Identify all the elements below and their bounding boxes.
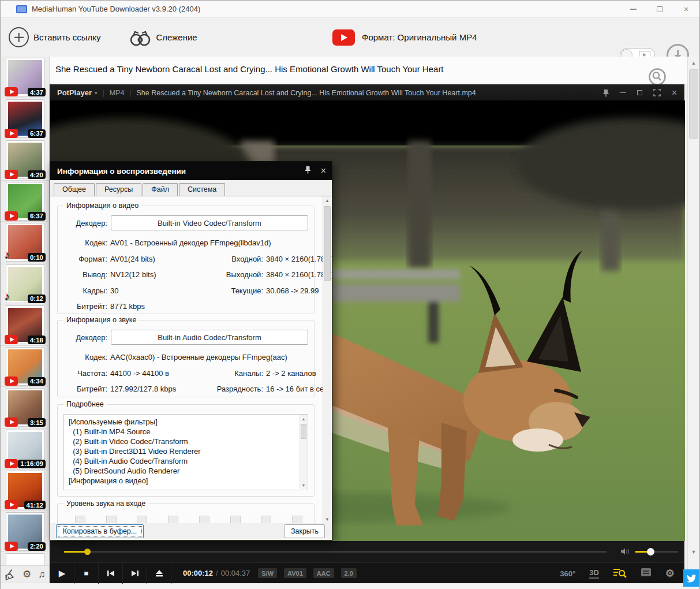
paste-link-button[interactable]: Вставить ссылку [9, 27, 101, 47]
player-close-button[interactable]: × [672, 88, 677, 98]
clear-list-broom-icon[interactable] [4, 569, 16, 580]
scroll-down-arrow[interactable]: ▼ [688, 547, 699, 557]
duration-badge: 41:12 [24, 501, 46, 509]
player-fullscreen-button[interactable] [653, 89, 661, 96]
volume-slider[interactable] [635, 551, 678, 553]
view-3d-button[interactable]: 3D [589, 568, 599, 579]
field-label: Вывод: [58, 270, 107, 279]
search-circle-icon[interactable] [648, 68, 667, 86]
minimize-button[interactable] [620, 1, 646, 18]
field-label: Выходной: [204, 270, 263, 279]
audio-decoder-button[interactable]: Built-in Audio Codec/Transform [111, 330, 308, 345]
potplayer-titlebar[interactable]: PotPlayer ▾ | MP4 | She Rescued a Tiny N… [50, 85, 684, 100]
player-settings-gear-icon[interactable]: ⚙ [665, 567, 675, 580]
sidebar-video-item[interactable]: 2:20 [1, 511, 49, 553]
dialog-scrollbar[interactable]: ▲ ▼ [323, 196, 331, 524]
dialog-close-action-button[interactable]: Закрыть [285, 524, 325, 538]
download-list-row[interactable]: She Rescued a Tiny Newborn Caracal Lost … [50, 57, 688, 84]
control-panel-button[interactable] [641, 568, 652, 579]
video-thumbnail[interactable]: 0:12 [6, 264, 44, 303]
dialog-tab[interactable]: Общее [54, 183, 95, 196]
filter-line: (1) Built-in MP4 Source [69, 427, 296, 437]
sidebar-video-item[interactable]: 3:15 [1, 387, 49, 428]
video-thumbnail[interactable]: 4:37 [6, 58, 44, 96]
download-queue-sidebar[interactable]: 4:37 6:37 4:20 6:37 [1, 57, 50, 583]
sidebar-video-item[interactable]: 0:12 [1, 263, 49, 305]
dialog-tab[interactable]: Файл [143, 183, 178, 196]
seek-handle[interactable] [84, 549, 91, 555]
listbox-scrollbar[interactable]: ▲ ▼ [300, 415, 307, 489]
video-thumbnail[interactable]: 6:37 [6, 182, 44, 221]
player-minimize-button[interactable] [620, 92, 626, 94]
sidebar-video-item[interactable]: 4:34 [1, 346, 49, 387]
tracking-button[interactable]: Слежение [129, 28, 197, 47]
close-icon: × [684, 5, 688, 14]
scroll-thumb[interactable] [689, 69, 698, 139]
scroll-up-arrow[interactable]: ▲ [300, 415, 307, 423]
video-thumbnail[interactable]: 41:12 [6, 471, 44, 509]
playlist-search-button[interactable] [613, 567, 627, 580]
sidebar-video-item[interactable]: 41:12 [1, 469, 49, 511]
next-button[interactable] [123, 563, 147, 584]
video-thumbnail[interactable]: 2:20 [6, 512, 44, 551]
play-button[interactable]: ▶ [50, 563, 74, 584]
pin-button[interactable] [602, 89, 609, 97]
maximize-button[interactable] [646, 1, 673, 18]
sidebar-video-item[interactable]: 6:37 [1, 181, 49, 222]
video-thumbnail[interactable]: 1:16:09 [6, 430, 44, 468]
field-label: Формат: [58, 255, 107, 263]
scroll-down-arrow[interactable]: ▼ [323, 515, 331, 524]
field-value: AAC(0xaac0) - Встроенные декодеры FFmpeg… [110, 353, 201, 361]
sidebar-video-item[interactable]: 1:16:09 [1, 428, 49, 470]
copy-to-clipboard-button[interactable]: Копировать в буфер... [56, 524, 144, 538]
twitter-button[interactable] [683, 569, 699, 587]
chevron-down-icon[interactable]: ▾ [95, 90, 98, 96]
settings-gear-icon[interactable]: ⚙ [23, 569, 31, 579]
format-selector[interactable]: Формат: Оригинальный MP4 [332, 18, 477, 57]
video-thumbnail[interactable]: 6:37 [6, 99, 44, 138]
stop-button[interactable]: ■ [74, 563, 99, 584]
info-row: Битрейт: 8771 kbps [58, 299, 314, 315]
main-list-scrollbar[interactable]: ▲ ▼ [687, 57, 699, 583]
view-360-button[interactable]: 360° [560, 569, 575, 578]
previous-button[interactable] [99, 563, 123, 584]
stop-icon: ■ [84, 569, 89, 577]
sidebar-video-item[interactable]: 6:37 [1, 98, 49, 140]
close-button[interactable]: × [673, 1, 699, 18]
volume-handle[interactable] [647, 548, 654, 556]
scroll-up-arrow[interactable]: ▲ [323, 196, 331, 205]
player-maximize-button[interactable] [637, 90, 642, 95]
sidebar-video-item[interactable]: 4:37 [1, 57, 49, 98]
dialog-pin-button[interactable] [304, 166, 312, 176]
video-thumbnail[interactable]: 4:34 [6, 347, 44, 386]
dialog-tab[interactable]: Ресурсы [96, 183, 141, 196]
twitter-bird-icon [686, 573, 697, 583]
duration-badge: 4:37 [28, 88, 46, 96]
filters-listbox[interactable]: [Используемые фильтры] (1) Built-in MP4 … [63, 414, 308, 490]
music-note-icon[interactable]: ♫ [38, 569, 46, 579]
video-thumbnail[interactable]: 4:20 [6, 140, 44, 179]
sidebar-video-item[interactable]: 0:10 [1, 222, 49, 263]
sidebar-video-item[interactable]: 4:20 [1, 139, 49, 181]
video-thumbnail[interactable]: 0:10 [6, 223, 44, 262]
scroll-thumb[interactable] [301, 424, 306, 439]
scroll-down-arrow[interactable]: ▼ [300, 482, 307, 489]
video-decoder-button[interactable]: Built-in Video Codec/Transform [111, 215, 308, 230]
sidebar-video-item[interactable]: 4:18 [1, 304, 49, 346]
pin-icon [304, 166, 312, 174]
field-value: AV01 - Встроенный декодер FFmpeg(libdav1… [110, 238, 201, 247]
video-thumbnail[interactable]: 4:18 [6, 305, 44, 344]
dialog-tab[interactable]: Система [179, 183, 225, 196]
video-thumbnail[interactable]: 3:15 [6, 388, 44, 427]
dialog-titlebar[interactable]: Информация о воспроизведении × [50, 162, 332, 180]
youtube-logo-icon [332, 29, 355, 46]
platform-badge-icon [5, 500, 18, 509]
field-value: 30 [110, 286, 201, 295]
dialog-close-button[interactable]: × [321, 166, 326, 176]
scroll-up-arrow[interactable]: ▲ [688, 58, 699, 68]
video-group-title: Информация о видео [63, 202, 141, 210]
seek-bar[interactable] [64, 551, 607, 553]
volume-speaker-icon[interactable] [620, 547, 631, 558]
open-file-button[interactable] [147, 563, 171, 584]
scroll-thumb[interactable] [324, 206, 331, 281]
